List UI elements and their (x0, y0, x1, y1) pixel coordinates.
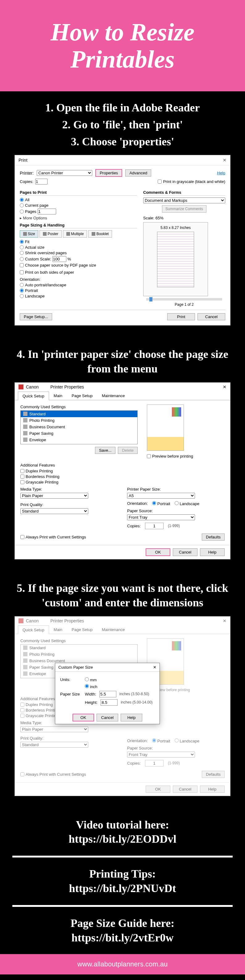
duplex-checkbox[interactable] (21, 703, 24, 706)
save-button[interactable]: Save... (95, 447, 115, 454)
both-sides-checkbox[interactable] (20, 270, 24, 274)
grayscale-print-label: Grayscale Printing (25, 480, 58, 484)
printer-select[interactable]: Canon Printer (37, 170, 92, 176)
ok-button[interactable]: OK (73, 714, 94, 721)
source-select[interactable]: Front Tray (127, 752, 195, 757)
help-link[interactable]: Help (217, 171, 225, 175)
quick-setup-tab[interactable]: Quick Setup (18, 391, 49, 400)
main-tab[interactable]: Main (49, 391, 67, 400)
landscape-radio[interactable] (20, 294, 24, 298)
copies-stepper[interactable]: 1 (145, 760, 164, 767)
portrait-radio[interactable] (152, 501, 156, 505)
grayscale-print-checkbox[interactable] (21, 480, 24, 484)
site-url[interactable]: www.allaboutplanners.com.au (78, 960, 167, 968)
actual-radio[interactable] (20, 245, 24, 249)
shrink-radio[interactable] (20, 251, 24, 255)
properties-dialog-title: Printer Properties (50, 618, 84, 623)
printing-tips-link[interactable]: https://bit.ly/2PNUvDt (9, 881, 236, 896)
business-icon (23, 659, 27, 663)
media-type-select[interactable]: Plain Paper (21, 726, 88, 732)
close-icon[interactable]: ✕ (153, 665, 156, 670)
auto-orient-radio[interactable] (20, 283, 24, 287)
help-button[interactable]: Help (200, 786, 224, 793)
advanced-button[interactable]: Advanced (125, 169, 151, 177)
maintenance-tab[interactable]: Maintenance (97, 625, 129, 634)
grayscale-print-checkbox[interactable] (21, 714, 24, 718)
print-quality-label: Print Quality: (21, 502, 118, 507)
ok-button[interactable]: OK (146, 548, 170, 556)
print-button[interactable]: Print (167, 313, 195, 320)
mm-radio[interactable] (85, 677, 89, 681)
delete-button[interactable]: Delete (118, 447, 138, 454)
quick-setup-tab[interactable]: Quick Setup (18, 625, 49, 634)
ok-button[interactable]: OK (146, 786, 170, 793)
copies-input[interactable] (35, 179, 48, 185)
always-print-checkbox[interactable] (21, 772, 24, 776)
cancel-button[interactable]: Cancel (197, 313, 225, 320)
page-size-guide-link[interactable]: https://bit.ly/2vtEr0w (9, 931, 236, 945)
auto-orient-label: Auto portrait/landscape (25, 283, 66, 287)
doc-icon (23, 646, 27, 650)
close-icon[interactable]: ✕ (223, 385, 226, 390)
preview-checkbox[interactable] (147, 454, 151, 458)
borderless-checkbox[interactable] (21, 474, 24, 479)
all-radio[interactable] (20, 198, 24, 202)
fit-radio[interactable] (20, 240, 24, 244)
more-options-toggle[interactable]: ▸ More Options (20, 216, 137, 220)
always-print-checkbox[interactable] (21, 535, 24, 539)
page-setup-button[interactable]: Page Setup... (20, 313, 52, 320)
duplex-checkbox[interactable] (21, 469, 24, 473)
page-slider[interactable] (146, 298, 222, 301)
width-input[interactable] (99, 691, 116, 697)
source-select[interactable]: Front Tray (127, 514, 195, 520)
list-item: Paper Saving (21, 430, 137, 437)
maintenance-tab[interactable]: Maintenance (97, 391, 129, 400)
close-icon[interactable]: ✕ (223, 158, 226, 162)
pages-radio[interactable] (20, 210, 24, 213)
defaults-button[interactable]: Defaults (202, 533, 224, 541)
portrait-radio[interactable] (152, 738, 156, 742)
printer-label: Printer: (20, 171, 33, 176)
help-button[interactable]: Help (121, 714, 142, 721)
portrait-label: Portrait (158, 501, 170, 506)
paper-size-select[interactable]: A5 (127, 493, 195, 499)
defaults-button[interactable]: Defaults (202, 771, 224, 778)
custom-scale-radio[interactable] (20, 257, 24, 261)
main-tab[interactable]: Main (49, 625, 67, 634)
page-setup-tab[interactable]: Page Setup (67, 391, 97, 400)
comments-select[interactable]: Document and Markups (143, 197, 225, 204)
media-type-select[interactable]: Plain Paper (21, 493, 88, 499)
close-icon[interactable]: ✕ (223, 618, 226, 623)
grayscale-checkbox[interactable] (158, 180, 162, 184)
current-radio[interactable] (20, 204, 24, 207)
list-item-label: Envelope (29, 671, 46, 676)
summarize-button[interactable]: Summarize Comments (162, 205, 207, 213)
video-tutorial-link[interactable]: https://bit.ly/2EODDvl (9, 832, 236, 846)
custom-scale-input[interactable] (52, 256, 66, 262)
poster-tab[interactable]: Poster (40, 230, 62, 238)
list-item: Business Document (21, 424, 137, 430)
quality-select[interactable]: Standard (21, 742, 88, 748)
quality-select[interactable]: Standard (21, 508, 88, 514)
multiple-tab[interactable]: Multiple (63, 230, 87, 238)
booklet-tab[interactable]: Booklet (88, 230, 112, 238)
pages-input[interactable] (38, 208, 56, 215)
choose-by-pdf-checkbox[interactable] (20, 263, 24, 267)
portrait-label: Portrait (158, 739, 170, 743)
cancel-button[interactable]: Cancel (173, 786, 197, 793)
list-item-label: Standard (29, 412, 46, 416)
inch-radio[interactable] (85, 684, 89, 688)
help-button[interactable]: Help (200, 548, 224, 556)
page-setup-tab[interactable]: Page Setup (67, 625, 97, 634)
properties-button[interactable]: Properties (95, 169, 122, 177)
portrait-radio[interactable] (20, 288, 24, 293)
size-tab[interactable]: Size (20, 230, 38, 238)
cancel-button[interactable]: Cancel (173, 548, 197, 556)
landscape-radio[interactable] (175, 738, 179, 742)
settings-listbox[interactable]: Standard Photo Printing Business Documen… (21, 410, 138, 444)
borderless-checkbox[interactable] (21, 708, 24, 712)
copies-stepper[interactable]: 1 (145, 523, 164, 529)
height-input[interactable] (100, 699, 118, 706)
cancel-button[interactable]: Cancel (97, 714, 118, 721)
landscape-radio[interactable] (175, 501, 179, 505)
